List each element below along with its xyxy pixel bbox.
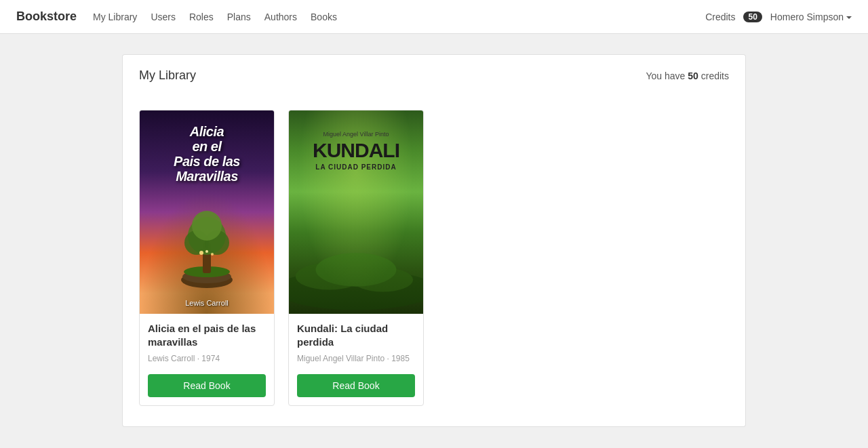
credits-prefix: You have [646, 70, 686, 81]
book-card-alicia: Aliciaen elPais de lasMaravillas Lewis C… [139, 110, 275, 406]
kundali-forest-illustration [289, 212, 423, 314]
read-book-button-alicia[interactable]: Read Book [148, 374, 266, 397]
book-card-kundali: Miguel Angel Villar Pinto KUNDALI LA CIU… [288, 110, 424, 406]
book-info-kundali: Kundali: La ciudad perdida Miguel Angel … [289, 314, 423, 369]
nav-users[interactable]: Users [151, 12, 176, 22]
nav-my-library[interactable]: My Library [93, 12, 137, 22]
book-author-kundali: Miguel Angel Villar Pinto · 1985 [297, 354, 415, 363]
alicia-cover-author: Lewis Carroll [185, 299, 229, 307]
nav-links: My Library Users Roles Plans Authors Boo… [93, 12, 705, 22]
credits-badge: 50 [743, 12, 762, 22]
navbar-right: Credits 50 Homero Simpson [705, 12, 852, 22]
book-cover-kundali: Miguel Angel Villar Pinto KUNDALI LA CIU… [289, 110, 423, 314]
books-container: Aliciaen elPais de lasMaravillas Lewis C… [122, 96, 746, 427]
user-menu-caret [846, 16, 852, 19]
brand-link[interactable]: Bookstore [16, 9, 77, 24]
page-container: My Library You have 50 credits Aliciaen … [108, 54, 760, 427]
alicia-tree-illustration [173, 205, 241, 293]
svg-point-8 [199, 251, 203, 255]
book-footer-alicia: Read Book [140, 369, 274, 405]
kundali-cover-author: Miguel Angel Villar Pinto [323, 131, 389, 138]
kundali-cover-sub: LA CIUDAD PERDIDA [315, 163, 396, 171]
read-book-button-kundali[interactable]: Read Book [297, 374, 415, 397]
book-footer-kundali: Read Book [289, 369, 423, 405]
alicia-cover-title: Aliciaen elPais de lasMaravillas [174, 124, 240, 184]
credits-info: You have 50 credits [646, 70, 729, 81]
book-cover-alicia: Aliciaen elPais de lasMaravillas Lewis C… [140, 110, 274, 314]
nav-plans[interactable]: Plans [227, 12, 251, 22]
svg-point-14 [316, 253, 397, 287]
book-title-kundali: Kundali: La ciudad perdida [297, 322, 415, 348]
nav-authors[interactable]: Authors [264, 12, 297, 22]
credits-suffix: credits [701, 70, 729, 81]
navbar: Bookstore My Library Users Roles Plans A… [0, 0, 868, 34]
credits-number: 50 [688, 70, 698, 81]
user-name: Homero Simpson [770, 12, 844, 22]
svg-point-10 [205, 250, 208, 253]
kundali-cover-main: KUNDALI [313, 140, 399, 161]
nav-roles[interactable]: Roles [189, 12, 214, 22]
library-title: My Library [139, 68, 196, 83]
svg-point-7 [192, 211, 222, 241]
svg-point-9 [211, 253, 214, 256]
book-info-alicia: Alicia en el pais de las maravillas Lewi… [140, 314, 274, 369]
user-menu[interactable]: Homero Simpson [770, 12, 852, 22]
library-header: My Library You have 50 credits [122, 54, 746, 96]
credits-label: Credits [705, 12, 735, 22]
nav-books[interactable]: Books [311, 12, 337, 22]
book-title-alicia: Alicia en el pais de las maravillas [148, 322, 266, 348]
book-author-alicia: Lewis Carroll · 1974 [148, 354, 266, 363]
